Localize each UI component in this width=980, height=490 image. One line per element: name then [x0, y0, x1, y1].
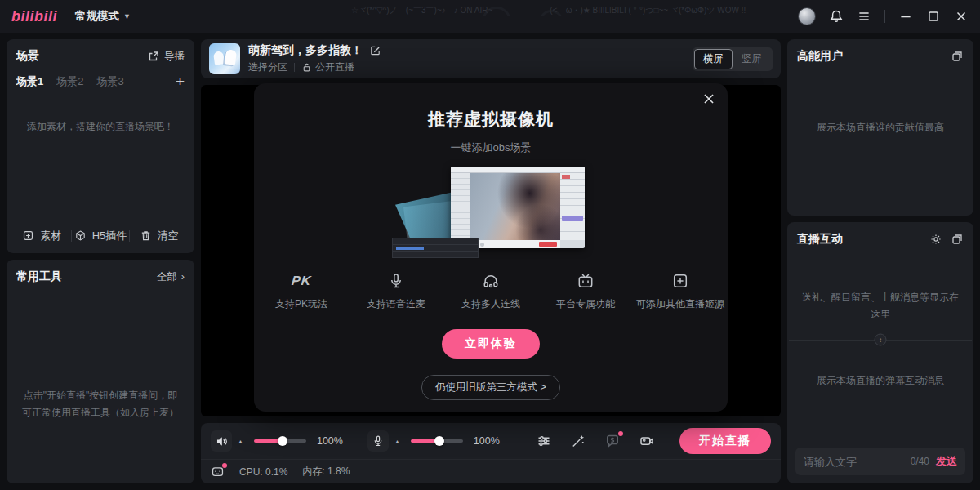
legacy-mode-button[interactable]: 仍使用旧版第三方模式 >	[421, 375, 560, 400]
stream-cover[interactable]	[209, 43, 240, 74]
h5-plugin-button[interactable]: H5插件	[72, 229, 130, 243]
beauty-wand-icon[interactable]	[570, 433, 586, 449]
gear-icon[interactable]	[929, 233, 942, 246]
feature-multi: 支持多人连线	[456, 271, 526, 311]
virtual-camera-modal: 推荐虚拟摄像机 一键添加obs场景 PK	[254, 83, 728, 412]
mode-label: 常规模式	[75, 9, 119, 24]
obs-preview-illustration	[392, 165, 590, 258]
modal-subtitle: 一键添加obs场景	[254, 140, 728, 155]
bilibili-logo: bilibili	[11, 8, 57, 25]
tools-title: 常用工具	[16, 270, 62, 284]
start-streaming-button[interactable]: 开始直播	[679, 428, 771, 454]
audio-settings-icon[interactable]	[536, 433, 552, 449]
popout-icon	[147, 50, 160, 63]
chat-input[interactable]	[804, 456, 904, 468]
tv-icon	[577, 271, 595, 291]
top-users-empty-hint: 展示本场直播谁的贡献值最高	[799, 121, 962, 135]
char-counter: 0/40	[911, 456, 929, 467]
feature-platform: 平台专属功能	[550, 271, 621, 311]
orientation-segment: 横屏 竖屏	[693, 47, 773, 71]
scene-tab-3[interactable]: 场景3	[96, 74, 123, 89]
gift-message-zone: 送礼、醒目留言、上舰消息等显示在这里	[787, 253, 973, 340]
plus-square-icon	[671, 271, 689, 291]
pk-icon: PK	[292, 271, 311, 291]
add-scene-button[interactable]: +	[176, 74, 185, 89]
popout-icon[interactable]	[951, 50, 964, 63]
minimize-icon[interactable]	[898, 9, 913, 24]
stream-title: 萌新驾到，多多指教！	[248, 43, 363, 58]
maximize-icon[interactable]	[926, 9, 941, 24]
interaction-panel: 直播互动 送礼、醒目留言、上舰消息等显示在这里 ↕ 展示本场直播的弹幕互动消息	[787, 222, 973, 483]
speaker-volume-slider[interactable]	[254, 439, 306, 443]
visibility-label: 公开直播	[315, 60, 354, 74]
stream-infobar: 萌新驾到，多多指教！ 选择分区 公开直播	[201, 39, 781, 78]
control-bar: ▲ 100% ▲ 100%	[201, 423, 781, 483]
add-material-button[interactable]: 素材	[13, 229, 71, 243]
scenes-panel: 场景 导播 场景1 场景2 场景3 + 添加素材，搭建你的直播场景吧！	[7, 39, 194, 253]
speaker-volume-value: 100%	[317, 435, 343, 447]
feature-voice: 支持语音连麦	[361, 271, 431, 311]
landscape-button[interactable]: 横屏	[694, 49, 733, 69]
feature-add-source: 可添加其他直播姬源	[645, 271, 715, 311]
speaker-icon[interactable]	[211, 430, 232, 452]
status-bar: CPU: 0.1% 内存: 1.8%	[201, 459, 781, 483]
modal-title: 推荐虚拟摄像机	[254, 108, 728, 131]
danmaku-zone: 展示本场直播的弹幕互动消息	[787, 341, 973, 448]
tv-face-icon[interactable]	[211, 465, 225, 479]
top-users-panel: 高能用户 展示本场直播谁的贡献值最高	[787, 39, 973, 216]
portrait-button[interactable]: 竖屏	[733, 49, 771, 69]
status-dot	[222, 463, 227, 468]
lock-open-icon	[301, 62, 312, 73]
director-button[interactable]: 导播	[147, 50, 185, 64]
scenes-title: 场景	[16, 49, 39, 64]
scene-tab-2[interactable]: 场景2	[56, 74, 83, 89]
cpu-usage: CPU: 0.1%	[239, 466, 287, 478]
chevron-down-icon: ▼	[123, 12, 131, 20]
titlebar-separator	[884, 10, 885, 23]
chevron-right-icon: ›	[181, 271, 185, 283]
camera-icon[interactable]	[639, 433, 655, 449]
visibility-toggle[interactable]: 公开直播	[301, 60, 354, 74]
add-material-label: 素材	[40, 229, 61, 243]
mic-volume-slider[interactable]	[411, 439, 463, 443]
mic-expand-icon[interactable]: ▲	[394, 439, 400, 444]
notification-dot	[618, 431, 623, 436]
mic-volume-group: ▲ 100%	[368, 430, 500, 452]
tools-panel: 常用工具 全部 › 点击"开始直播"按钮创建直播间，即可正常使用直播工具（如入房…	[7, 260, 194, 483]
gift-empty-hint: 送礼、醒目留言、上舰消息等显示在这里	[800, 289, 960, 323]
bell-icon[interactable]	[829, 9, 844, 24]
cube-icon	[74, 229, 87, 243]
menu-icon[interactable]	[857, 9, 871, 24]
user-avatar[interactable]	[798, 7, 816, 25]
modal-close-icon[interactable]	[702, 91, 716, 106]
chat-input-bar: 0/40 发送	[795, 448, 965, 475]
mic-icon[interactable]	[368, 430, 389, 452]
interaction-title: 直播互动	[797, 232, 843, 247]
memory-usage: 内存: 1.8%	[302, 465, 350, 479]
headset-icon	[482, 271, 500, 291]
category-select[interactable]: 选择分区	[248, 60, 287, 74]
tools-all-link[interactable]: 全部 ›	[157, 270, 185, 284]
director-label: 导播	[164, 50, 185, 64]
try-now-button[interactable]: 立即体验	[442, 329, 540, 359]
clear-button[interactable]: 清空	[130, 229, 188, 243]
send-button[interactable]: 发送	[936, 454, 957, 469]
h5-plugin-label: H5插件	[92, 229, 127, 243]
speaker-expand-icon[interactable]: ▲	[238, 439, 243, 444]
close-icon[interactable]	[954, 9, 969, 24]
popout-icon[interactable]	[951, 233, 964, 246]
titlebar-doodle: ☆ヾ(*^▽^)ノ (~￣3￣)~♪ ♪ ON AIR~ (<ゝω・)★ BII…	[351, 5, 776, 16]
scene-tab-1[interactable]: 场景1	[16, 74, 43, 89]
mic-volume-value: 100%	[474, 435, 500, 447]
preview-stage: 推荐虚拟摄像机 一键添加obs场景 PK	[201, 85, 781, 416]
trash-icon	[140, 229, 153, 243]
top-users-title: 高能用户	[797, 49, 843, 64]
plus-square-icon	[22, 229, 35, 243]
tools-hint: 点击"开始直播"按钮创建直播间，即可正常使用直播工具（如入房上麦）	[21, 387, 180, 421]
mode-dropdown[interactable]: 常规模式 ▼	[75, 9, 131, 24]
danmaku-chat-icon[interactable]	[604, 433, 621, 449]
speaker-volume-group: ▲ 100%	[211, 430, 343, 452]
edit-icon[interactable]	[369, 44, 382, 57]
clear-label: 清空	[158, 229, 179, 243]
feature-pk: PK 支持PK玩法	[266, 271, 336, 311]
